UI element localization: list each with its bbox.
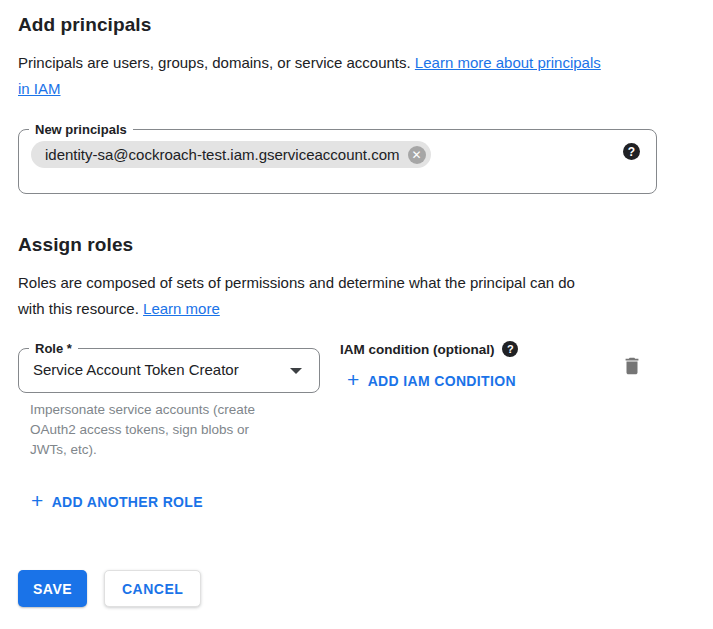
new-principals-field[interactable]: New principals identity-sa@cockroach-tes… <box>18 129 657 194</box>
principals-description: Principals are users, groups, domains, o… <box>18 50 683 102</box>
principals-description-text: Principals are users, groups, domains, o… <box>18 54 411 71</box>
iam-condition-label: IAM condition (optional) <box>340 342 494 357</box>
add-another-role-button[interactable]: + ADD ANOTHER ROLE <box>31 491 203 512</box>
trash-icon <box>621 355 643 377</box>
cancel-button[interactable]: CANCEL <box>104 570 201 607</box>
page-title: Add principals <box>18 14 151 36</box>
iam-condition-help-icon[interactable]: ? <box>502 341 518 357</box>
plus-icon: + <box>347 369 360 390</box>
delete-role-button[interactable] <box>621 355 643 380</box>
new-principals-label: New principals <box>29 121 133 138</box>
role-label: Role * <box>29 340 78 357</box>
learn-more-roles-link[interactable]: Learn more <box>143 300 220 317</box>
assign-roles-title: Assign roles <box>18 234 133 256</box>
iam-condition-header: IAM condition (optional) ? <box>340 341 518 357</box>
role-selected-value: Service Account Token Creator <box>33 361 239 378</box>
plus-icon: + <box>31 490 44 511</box>
add-iam-condition-button[interactable]: + ADD IAM CONDITION <box>347 370 516 391</box>
new-principals-help-icon[interactable]: ? <box>623 143 640 160</box>
role-select[interactable]: Role * Service Account Token Creator <box>18 348 320 393</box>
role-description: Impersonate service accounts (create OAu… <box>30 400 288 460</box>
principal-chip-value: identity-sa@cockroach-test.iam.gservicea… <box>45 146 400 163</box>
roles-description: Roles are composed of sets of permission… <box>18 270 683 322</box>
dropdown-arrow-icon[interactable] <box>290 368 302 374</box>
save-button[interactable]: SAVE <box>18 570 87 607</box>
chip-remove-icon[interactable]: ✕ <box>408 146 426 164</box>
principal-chip[interactable]: identity-sa@cockroach-test.iam.gservicea… <box>31 141 431 168</box>
